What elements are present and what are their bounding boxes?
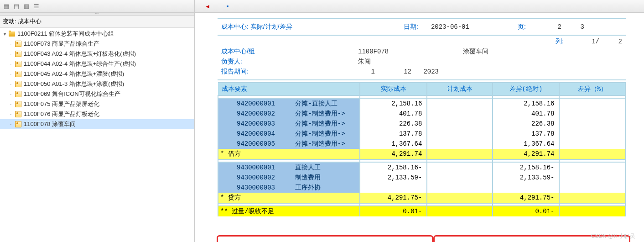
cell-plan[interactable]	[427, 139, 492, 149]
subtotal-plan	[427, 149, 492, 159]
cell-elem[interactable]: 9430000003 工序外协	[218, 183, 360, 193]
subtotal-label: * 贷方	[218, 193, 360, 203]
cell-plan[interactable]	[427, 173, 492, 183]
toolbar-icon[interactable]: ☰	[32, 2, 41, 11]
cell-varabs[interactable]: 2,158.16	[493, 98, 560, 109]
subtotal-row[interactable]: * 借方4,291.744,291.74	[218, 149, 625, 159]
table-row[interactable]: 9430000001 直接人工2,158.16-2,158.16-	[218, 162, 625, 173]
cell-actual[interactable]	[360, 183, 427, 193]
table-row[interactable]: 9420000003 分摊-制造费用->226.38226.38	[218, 119, 625, 129]
table-row[interactable]: 9420000001 分摊-直接人工2,158.162,158.16	[218, 98, 625, 109]
cell-varabs[interactable]: 401.78	[493, 109, 560, 119]
tree-item-label: 1100F043 A02-4 箱体总装+灯板老化(虚拟)	[24, 50, 136, 58]
tree-item[interactable]: ·1100F045 A02-4 箱体总装+灌胶(虚拟)	[0, 69, 194, 79]
cell-varpct[interactable]	[559, 173, 625, 183]
tree-item[interactable]: ·1100F050 A01-3 箱体总装+涂覆(虚拟)	[0, 79, 194, 89]
date-label: 日期:	[404, 23, 418, 31]
cell-varabs[interactable]: 1,367.64	[493, 139, 560, 149]
date-value: 2023-06-01	[431, 23, 518, 31]
marker-icon[interactable]: ▪	[224, 3, 231, 10]
cell-varabs[interactable]: 2,158.16-	[493, 162, 560, 173]
col-header-varabs[interactable]: 差异(绝对)	[493, 83, 560, 95]
doc-icon	[15, 40, 22, 47]
cell-plan[interactable]	[427, 109, 492, 119]
doc-icon	[15, 60, 22, 68]
tree-item-label: 1100F073 商显产品综合生产	[24, 40, 99, 48]
cell-actual[interactable]: 401.78	[360, 109, 427, 119]
cell-elem[interactable]: 9420000002 分摊-制造费用->	[218, 109, 360, 119]
subtotal-varpct	[559, 193, 625, 203]
doc-icon	[15, 70, 22, 78]
cell-actual[interactable]: 137.78	[360, 129, 427, 139]
cell-varpct[interactable]	[559, 109, 625, 119]
cell-varpct[interactable]	[559, 162, 625, 173]
tree-item[interactable]: ·1100F044 A02-4 箱体总装+综合生产(虚拟)	[0, 59, 194, 69]
period-to: 12	[375, 68, 411, 75]
subtotal-row[interactable]: * 贷方4,291.75-4,291.75-	[218, 193, 625, 203]
cell-plan[interactable]	[427, 183, 492, 193]
subtotal-actual: 0.01-	[360, 206, 427, 216]
cell-varabs[interactable]: 2,133.59-	[493, 173, 560, 183]
period-label: 报告期间:	[221, 68, 358, 76]
subtotal-label: * 借方	[218, 149, 360, 159]
tree-header-label: 变动: 成本中心	[3, 18, 42, 25]
tree-bullet: ·	[8, 72, 14, 77]
col-header-plan[interactable]: 计划成本	[427, 83, 492, 95]
cell-varpct[interactable]	[559, 98, 625, 109]
tree-bullet: ·	[8, 122, 14, 127]
col-header-varpct[interactable]: 差异（%）	[559, 83, 625, 95]
cell-actual[interactable]: 2,158.16-	[360, 162, 427, 173]
cell-varabs[interactable]: 226.38	[493, 119, 560, 129]
cell-actual[interactable]: 226.38	[360, 119, 427, 129]
cell-plan[interactable]	[427, 162, 492, 173]
watermark: CSDN @IT小职员	[591, 232, 635, 240]
tree-item[interactable]: ·1100F073 商显产品综合生产	[0, 39, 194, 49]
cc-name: 涂覆车间	[463, 47, 488, 56]
cell-plan[interactable]	[427, 119, 492, 129]
doc-icon	[15, 50, 22, 58]
cell-varpct[interactable]	[559, 129, 625, 139]
expander-icon[interactable]: ▾	[2, 32, 7, 37]
tree-item[interactable]: ·1100F076 商显产品灯板老化	[0, 109, 194, 119]
cell-varpct[interactable]	[559, 183, 625, 193]
cell-elem[interactable]: 9420000003 分摊-制造费用->	[218, 119, 360, 129]
tree-root[interactable]: ▾ 1100F0211 箱体总装车间成本中心组	[0, 29, 194, 39]
table-row[interactable]: 9420000004 分摊-制造费用->137.78137.78	[218, 129, 625, 139]
cell-elem[interactable]: 9430000002 制造费用	[218, 173, 360, 183]
subtotal-varabs: 4,291.75-	[493, 193, 560, 203]
tree-item[interactable]: ·1100F075 商显产品架屏老化	[0, 99, 194, 109]
table-row[interactable]: 9430000002 制造费用2,133.59-2,133.59-	[218, 173, 625, 183]
tree-item[interactable]: ·1100F078 涂覆车间	[0, 119, 194, 129]
cell-elem[interactable]: 9420000005 分摊-制造费用->	[218, 139, 360, 149]
cell-varpct[interactable]	[559, 119, 625, 129]
cell-actual[interactable]: 2,133.59-	[360, 173, 427, 183]
table-row[interactable]: 9420000002 分摊-制造费用->401.78401.78	[218, 109, 625, 119]
period-year: 2023	[411, 68, 439, 75]
table-row[interactable]: 9420000005 分摊-制造费用->1,367.641,367.64	[218, 139, 625, 149]
marker-icon[interactable]: ◂	[204, 3, 211, 10]
cell-plan[interactable]	[427, 98, 492, 109]
cell-varabs[interactable]	[493, 183, 560, 193]
col-header-actual[interactable]: 实际成本	[360, 83, 427, 95]
subtotal-row[interactable]: ** 过量/吸收不足0.01-0.01-	[218, 206, 625, 216]
subtotal-actual: 4,291.74	[360, 149, 427, 159]
cell-elem[interactable]: 9420000004 分摊-制造费用->	[218, 129, 360, 139]
cell-elem[interactable]: 9430000001 直接人工	[218, 162, 360, 173]
cell-elem[interactable]: 9420000001 分摊-直接人工	[218, 98, 360, 109]
period-from: 1	[358, 68, 375, 75]
toolbar-icon[interactable]: ▥	[22, 2, 31, 11]
cell-varabs[interactable]: 137.78	[493, 129, 560, 139]
toolbar-icon[interactable]: ▦	[2, 2, 11, 11]
tree-item[interactable]: ·1100F043 A02-4 箱体总装+灯板老化(虚拟)	[0, 49, 194, 59]
table-row[interactable]: 9430000003 工序外协	[218, 183, 625, 193]
cell-plan[interactable]	[427, 129, 492, 139]
cell-actual[interactable]: 2,158.16	[360, 98, 427, 109]
subtotal-varabs: 0.01-	[493, 206, 560, 216]
title-label: 成本中心: 实际/计划/差异	[221, 23, 404, 31]
subtotal-actual: 4,291.75-	[360, 193, 427, 203]
col-header-elem[interactable]: 成本要素	[218, 83, 360, 95]
toolbar-icon[interactable]: ▤	[12, 2, 21, 11]
tree-item[interactable]: ·1100F069 舞台ICON可视化综合生产	[0, 89, 194, 99]
cell-actual[interactable]: 1,367.64	[360, 139, 427, 149]
cell-varpct[interactable]	[559, 139, 625, 149]
